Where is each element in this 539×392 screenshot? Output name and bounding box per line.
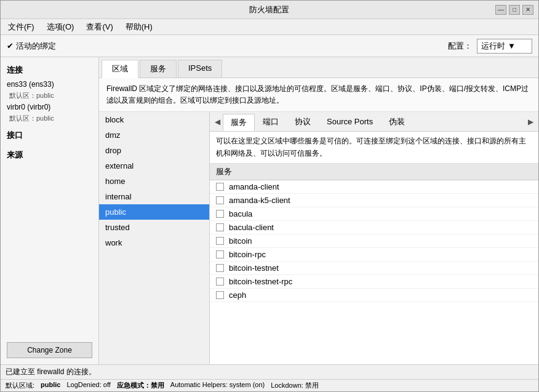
sub-tabs-row: ◀ 服务 端口 协议 Source Ports 伪装 ▶ <box>210 112 538 132</box>
tab-services[interactable]: 服务 <box>140 60 177 78</box>
service-label-bitcoin-testnet-rpc: bitcoin-testnet-rpc <box>229 277 292 286</box>
menu-help[interactable]: 帮助(H) <box>121 20 158 34</box>
left-btn-area: Change Zone <box>1 337 98 364</box>
default-zone-value: public <box>41 381 60 390</box>
left-panel: 连接 ens33 (ens33) 默认区：public virbr0 (virb… <box>1 57 99 364</box>
zone-list: blockdmzdropexternalhomeinternalpublictr… <box>99 112 210 364</box>
ens33-item[interactable]: ens33 (ens33) <box>1 78 98 90</box>
zone-item-home[interactable]: home <box>99 174 209 189</box>
title-bar: 防火墙配置 — □ ✕ <box>1 1 538 19</box>
virbr0-item[interactable]: virbr0 (virbr0) <box>1 101 98 113</box>
right-panel: 区域 服务 IPSets FirewallD 区域定义了绑定的网络连接、接口以及… <box>99 57 538 364</box>
interface-label: 接口 <box>1 127 98 143</box>
zone-item-work[interactable]: work <box>99 235 209 250</box>
source-label: 来源 <box>1 147 98 163</box>
service-item-amanda-client: amanda-client <box>210 180 538 194</box>
service-label-bitcoin-rpc: bitcoin-rpc <box>229 250 266 259</box>
runtime-label: 运行时 <box>481 41 505 52</box>
tab-ipsets[interactable]: IPSets <box>178 60 222 78</box>
main-window: 防火墙配置 — □ ✕ 文件(F) 选项(O) 查看(V) 帮助(H) ✔ 活动… <box>0 0 539 392</box>
zone-item-block[interactable]: block <box>99 112 209 127</box>
service-label-ceph: ceph <box>229 290 246 300</box>
status-bar: 已建立至 firewalld 的连接。 <box>1 364 538 379</box>
menu-view[interactable]: 查看(V) <box>81 20 118 34</box>
main-content: 连接 ens33 (ens33) 默认区：public virbr0 (virb… <box>1 57 538 364</box>
log-denied-status: LogDenied: off <box>66 381 110 390</box>
service-label-amanda-client: amanda-client <box>229 182 279 191</box>
window-controls: — □ ✕ <box>495 5 533 15</box>
toolbar: ✔ 活动的绑定 配置： 运行时 ▼ <box>1 35 538 57</box>
menu-bar: 文件(F) 选项(O) 查看(V) 帮助(H) <box>1 19 538 35</box>
service-label-bacula: bacula <box>229 209 252 218</box>
close-button[interactable]: ✕ <box>522 5 533 15</box>
zone-item-external[interactable]: external <box>99 158 209 174</box>
service-list-header: 服务 <box>210 164 538 180</box>
default-zone-label: 默认区域: <box>6 381 34 390</box>
service-checkbox-bacula-client[interactable] <box>216 223 224 231</box>
change-zone-button[interactable]: Change Zone <box>7 342 92 358</box>
zone-item-drop[interactable]: drop <box>99 143 209 158</box>
service-checkbox-amanda-client[interactable] <box>216 183 224 191</box>
service-list: amanda-clientamanda-k5-clientbaculabacul… <box>210 180 538 364</box>
sub-tab-masquerade[interactable]: 伪装 <box>381 113 413 130</box>
active-binding-label: ✔ 活动的绑定 <box>7 41 56 52</box>
config-label: 配置： <box>448 41 472 52</box>
minimize-button[interactable]: — <box>495 5 506 15</box>
service-checkbox-bacula[interactable] <box>216 210 224 218</box>
service-checkbox-amanda-k5-client[interactable] <box>216 196 224 204</box>
emergency-mode-status: 应急模式：禁用 <box>117 381 164 390</box>
service-item-bacula: bacula <box>210 207 538 221</box>
service-label-amanda-k5-client: amanda-k5-client <box>229 196 290 205</box>
service-item-bitcoin-rpc: bitcoin-rpc <box>210 248 538 262</box>
window-title: 防火墙配置 <box>42 4 495 15</box>
service-label-bitcoin: bitcoin <box>229 236 252 246</box>
status-message: 已建立至 firewalld 的连接。 <box>6 367 96 377</box>
service-item-bacula-client: bacula-client <box>210 221 538 234</box>
service-item-bitcoin: bitcoin <box>210 234 538 248</box>
dropdown-arrow: ▼ <box>508 41 516 50</box>
sub-tab-source-ports[interactable]: Source Ports <box>319 114 381 129</box>
sub-tab-services[interactable]: 服务 <box>223 114 255 131</box>
service-checkbox-bitcoin-testnet-rpc[interactable] <box>216 278 224 286</box>
status-bottom: 默认区域: public LogDenied: off 应急模式：禁用 Auto… <box>1 379 538 391</box>
service-item-bitcoin-testnet-rpc: bitcoin-testnet-rpc <box>210 275 538 289</box>
service-checkbox-bitcoin[interactable] <box>216 237 224 245</box>
service-description: 可以在这里定义区域中哪些服务是可信的。可连接至绑定到这个区域的连接、接口和源的所… <box>210 132 538 163</box>
ens33-default: 默认区：public <box>1 90 98 101</box>
virbr0-default: 默认区：public <box>1 113 98 124</box>
zone-item-trusted[interactable]: trusted <box>99 220 209 235</box>
tab-zones[interactable]: 区域 <box>102 60 138 78</box>
auto-helpers-status: Automatic Helpers: system (on) <box>170 381 265 390</box>
service-label-bacula-client: bacula-client <box>229 223 274 232</box>
service-item-amanda-k5-client: amanda-k5-client <box>210 194 538 207</box>
service-item-bitcoin-testnet: bitcoin-testnet <box>210 262 538 275</box>
menu-options[interactable]: 选项(O) <box>42 20 79 34</box>
zone-item-internal[interactable]: internal <box>99 189 209 204</box>
runtime-select[interactable]: 运行时 ▼ <box>477 39 532 54</box>
sub-tab-left-arrow[interactable]: ◀ <box>212 116 223 127</box>
service-checkbox-bitcoin-rpc[interactable] <box>216 250 224 258</box>
maximize-button[interactable]: □ <box>509 5 520 15</box>
zone-service-area: blockdmzdropexternalhomeinternalpublictr… <box>99 112 538 364</box>
main-tabs-row: 区域 服务 IPSets <box>99 57 538 78</box>
service-label-bitcoin-testnet: bitcoin-testnet <box>229 263 279 273</box>
service-checkbox-ceph[interactable] <box>216 291 224 299</box>
connection-section-title: 连接 <box>1 62 98 78</box>
service-panel: ◀ 服务 端口 协议 Source Ports 伪装 ▶ 可以在这里定义区域中哪… <box>210 112 538 364</box>
sub-tab-protocol[interactable]: 协议 <box>287 113 319 130</box>
service-item-ceph: ceph <box>210 289 538 302</box>
zone-item-public[interactable]: public <box>99 204 209 220</box>
sub-tab-ports[interactable]: 端口 <box>255 113 287 130</box>
zone-item-dmz[interactable]: dmz <box>99 127 209 143</box>
lockdown-status: Lockdown: 禁用 <box>271 381 319 390</box>
service-checkbox-bitcoin-testnet[interactable] <box>216 264 224 272</box>
zone-description: FirewallD 区域定义了绑定的网络连接、接口以及源地址的可信程度。区域是服… <box>99 78 538 112</box>
sub-tab-right-arrow[interactable]: ▶ <box>525 116 536 127</box>
menu-file[interactable]: 文件(F) <box>3 20 39 34</box>
